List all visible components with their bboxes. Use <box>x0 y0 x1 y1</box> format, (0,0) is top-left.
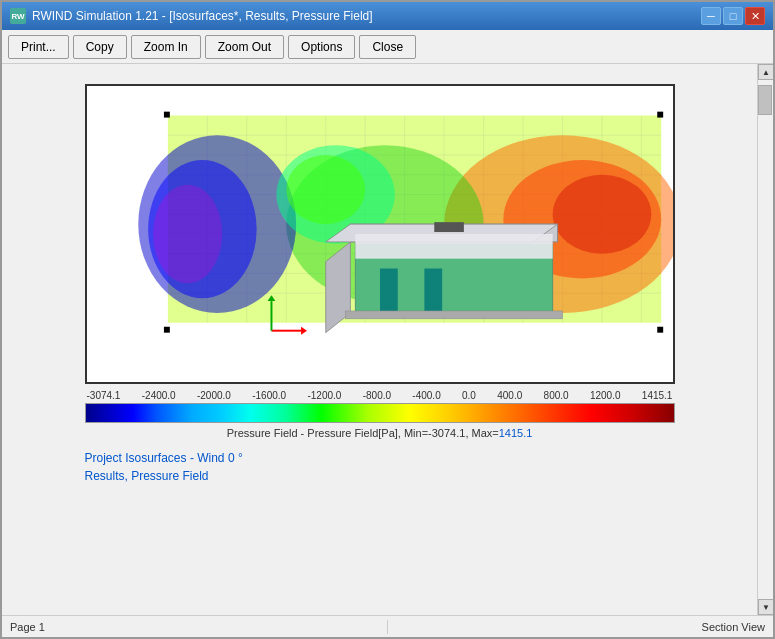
colorbar-label-11: 1415.1 <box>642 390 673 401</box>
colorbar-gradient <box>85 403 675 423</box>
colorbar-label-9: 800.0 <box>544 390 569 401</box>
window-title: RWIND Simulation 1.21 - [Isosurfaces*, R… <box>32 9 373 23</box>
colorbar-max: 1415.1 <box>499 427 533 439</box>
close-button[interactable]: Close <box>359 35 416 59</box>
zoom-out-button[interactable]: Zoom Out <box>205 35 284 59</box>
scrollbar-right: ▲ ▼ <box>757 64 773 615</box>
colorbar-label-6: -400.0 <box>412 390 440 401</box>
app-icon: RW <box>10 8 26 24</box>
content-area: -3074.1 -2400.0 -2000.0 -1600.0 -1200.0 … <box>22 84 737 595</box>
svg-rect-48 <box>163 327 169 333</box>
project-info: Project Isosurfaces - Wind 0 ° Results, … <box>85 449 675 485</box>
svg-point-31 <box>286 155 365 224</box>
colorbar-label-8: 400.0 <box>497 390 522 401</box>
print-button[interactable]: Print... <box>8 35 69 59</box>
visualization-svg <box>87 86 673 382</box>
svg-rect-41 <box>345 311 562 319</box>
main-window: RW RWIND Simulation 1.21 - [Isosurfaces*… <box>0 0 775 639</box>
zoom-in-button[interactable]: Zoom In <box>131 35 201 59</box>
toolbar: Print... Copy Zoom In Zoom Out Options C… <box>2 30 773 64</box>
title-controls: ─ □ ✕ <box>701 7 765 25</box>
title-bar-left: RW RWIND Simulation 1.21 - [Isosurfaces*… <box>10 8 373 24</box>
minimize-button[interactable]: ─ <box>701 7 721 25</box>
colorbar-label-5: -800.0 <box>363 390 391 401</box>
status-section-view: Section View <box>396 621 765 633</box>
colorbar-label-10: 1200.0 <box>590 390 621 401</box>
maximize-button[interactable]: □ <box>723 7 743 25</box>
svg-rect-40 <box>355 234 552 259</box>
visualization-container <box>85 84 675 384</box>
colorbar-section: -3074.1 -2400.0 -2000.0 -1600.0 -1200.0 … <box>85 390 675 439</box>
svg-rect-36 <box>434 222 464 232</box>
colorbar-label-7: 0.0 <box>462 390 476 401</box>
colorbar-label-3: -1600.0 <box>252 390 286 401</box>
project-info-line2: Results, Pressure Field <box>85 467 675 485</box>
title-bar: RW RWIND Simulation 1.21 - [Isosurfaces*… <box>2 2 773 30</box>
scroll-area: -3074.1 -2400.0 -2000.0 -1600.0 -1200.0 … <box>2 64 757 615</box>
close-window-button[interactable]: ✕ <box>745 7 765 25</box>
colorbar-label-4: -1200.0 <box>307 390 341 401</box>
svg-rect-49 <box>657 327 663 333</box>
status-divider <box>387 620 388 634</box>
colorbar-label-2: -2000.0 <box>197 390 231 401</box>
colorbar-label-1: -2400.0 <box>142 390 176 401</box>
project-info-line1: Project Isosurfaces - Wind 0 ° <box>85 449 675 467</box>
status-page: Page 1 <box>10 621 379 633</box>
colorbar-title: Pressure Field - Pressure Field[Pa], Min… <box>85 427 675 439</box>
scroll-up-button[interactable]: ▲ <box>758 64 773 80</box>
colorbar-label-0: -3074.1 <box>87 390 121 401</box>
svg-point-25 <box>552 175 651 254</box>
options-button[interactable]: Options <box>288 35 355 59</box>
colorbar-labels: -3074.1 -2400.0 -2000.0 -1600.0 -1200.0 … <box>85 390 675 401</box>
scrollbar-track[interactable] <box>758 80 773 599</box>
scrollbar-thumb[interactable] <box>758 85 772 115</box>
svg-rect-46 <box>163 112 169 118</box>
svg-point-29 <box>153 185 222 284</box>
main-content: -3074.1 -2400.0 -2000.0 -1600.0 -1200.0 … <box>2 64 773 637</box>
svg-rect-47 <box>657 112 663 118</box>
copy-button[interactable]: Copy <box>73 35 127 59</box>
scroll-down-button[interactable]: ▼ <box>758 599 773 615</box>
status-bar: Page 1 Section View <box>2 615 773 637</box>
